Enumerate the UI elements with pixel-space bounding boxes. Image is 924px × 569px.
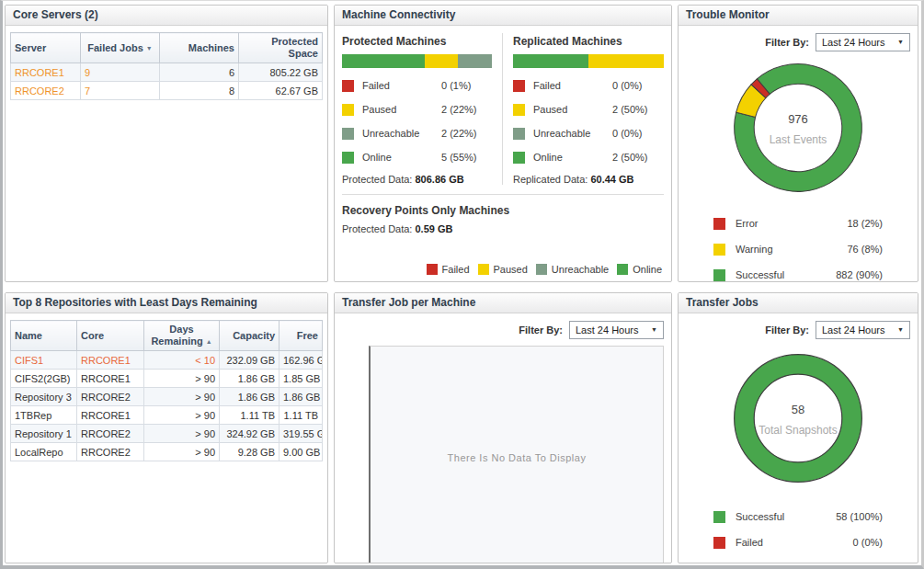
panel-core-servers: Core Servers (2) ServerFailed Jobs▼Machi… bbox=[5, 5, 328, 282]
legend-value: 2 (50%) bbox=[612, 104, 664, 115]
panel-title: Transfer Job per Machine bbox=[335, 293, 671, 313]
legend-value: 0 (0%) bbox=[853, 537, 883, 548]
trouble-monitor-donut-chart: 976 Last Events bbox=[729, 59, 867, 199]
transfer-jobs-donut-chart: 58 Total Snapshots bbox=[729, 349, 867, 489]
table-cell: 805.22 GB bbox=[239, 63, 323, 82]
panel-title: Top 8 Repositories with Least Days Remai… bbox=[6, 293, 327, 313]
filter-by-select[interactable]: Last 24 Hours ▼ bbox=[816, 321, 910, 339]
table-cell[interactable]: 1TBRep bbox=[11, 406, 77, 425]
column-header[interactable]: Name bbox=[11, 321, 77, 351]
table-row: LocalRepoRRCORE2> 909.28 GB9.00 GB bbox=[11, 443, 323, 461]
panel-machine-connectivity: Machine Connectivity Protected Machines … bbox=[334, 5, 672, 282]
panel-transfer-job-per-machine: Transfer Job per Machine Filter By: Last… bbox=[334, 292, 672, 563]
legend-label: Paused bbox=[533, 104, 612, 115]
panel-title: Transfer Jobs bbox=[679, 293, 918, 313]
legend-row: Paused2 (50%) bbox=[513, 97, 664, 121]
table-cell: 162.96 GB bbox=[279, 351, 323, 370]
panel-trouble-monitor: Trouble Monitor Filter By: Last 24 Hours… bbox=[678, 5, 918, 282]
column-header-label: Free bbox=[297, 330, 318, 341]
filter-by-select[interactable]: Last 24 Hours ▼ bbox=[569, 321, 664, 339]
legend-label: Unreachable bbox=[552, 264, 609, 275]
legend-row: Successful882 (90%) bbox=[713, 262, 883, 282]
legend-value: 0 (0%) bbox=[612, 128, 664, 139]
table-cell[interactable]: CIFS2(2GB) bbox=[11, 370, 77, 388]
legend-row: Warning76 (8%) bbox=[713, 236, 883, 262]
data-value: 60.44 GB bbox=[590, 174, 633, 185]
legend-swatch-red bbox=[713, 218, 725, 230]
legend-label: Failed bbox=[362, 80, 441, 91]
table-row: CIFS2(2GB)RRCORE1> 901.86 GB1.85 GB bbox=[11, 370, 323, 388]
table-cell[interactable]: LocalRepo bbox=[11, 443, 77, 461]
legend-value: 18 (2%) bbox=[847, 218, 883, 229]
table-cell: 62.67 GB bbox=[239, 82, 323, 100]
table-cell[interactable]: RRCORE1 bbox=[11, 63, 81, 82]
legend-label: Warning bbox=[736, 244, 847, 255]
table-cell: 319.55 GB bbox=[279, 425, 323, 443]
table-row: Repository 1RRCORE2> 90324.92 GB319.55 G… bbox=[11, 425, 323, 443]
legend-swatch-yellow bbox=[513, 104, 525, 116]
table-row: RRCORE196805.22 GB bbox=[11, 63, 323, 82]
column-header[interactable]: Server bbox=[11, 33, 81, 63]
column-header[interactable]: Core bbox=[77, 321, 144, 351]
legend-swatch-red bbox=[513, 80, 525, 92]
column-header[interactable]: Days Remaining▲ bbox=[144, 321, 220, 351]
recovery-points-data-total: Protected Data: 0.59 GB bbox=[342, 223, 664, 234]
table-cell: < 10 bbox=[144, 351, 220, 370]
table-cell: 9.28 GB bbox=[220, 443, 279, 461]
legend-swatch-gray bbox=[513, 128, 525, 140]
legend-value: 882 (90%) bbox=[836, 269, 883, 280]
data-label: Protected Data: bbox=[342, 174, 412, 185]
table-cell[interactable]: RRCORE2 bbox=[11, 82, 81, 100]
table-row: Repository 3RRCORE2> 901.86 GB1.86 GB bbox=[11, 388, 323, 406]
chevron-down-icon: ▼ bbox=[897, 39, 904, 45]
legend-label: Failed bbox=[533, 80, 612, 91]
column-header-label: Server bbox=[15, 42, 46, 53]
column-header[interactable]: Capacity bbox=[220, 321, 279, 351]
table-cell: 9.00 GB bbox=[279, 443, 323, 461]
table-cell: RRCORE2 bbox=[77, 388, 144, 406]
legend-row: Error18 (2%) bbox=[713, 211, 883, 236]
filter-by-select[interactable]: Last 24 Hours ▼ bbox=[816, 33, 910, 51]
table-cell: 8 bbox=[160, 82, 239, 100]
table-row: RRCORE27862.67 GB bbox=[11, 82, 323, 100]
legend-value: 2 (22%) bbox=[441, 128, 492, 139]
table-cell: 6 bbox=[160, 63, 239, 82]
table-cell: 7 bbox=[81, 82, 160, 100]
table-cell: > 90 bbox=[144, 370, 220, 388]
column-header-label: Days Remaining bbox=[151, 324, 202, 347]
panel-title: Core Servers (2) bbox=[6, 6, 327, 26]
bar-segment-gray bbox=[458, 54, 492, 68]
bar-segment-yellow bbox=[425, 54, 458, 68]
core-servers-table: ServerFailed Jobs▼MachinesProtected Spac… bbox=[6, 32, 327, 100]
table-cell[interactable]: CIFS1 bbox=[11, 351, 77, 370]
table-cell: 324.92 GB bbox=[220, 425, 279, 443]
column-header[interactable]: Failed Jobs▼ bbox=[81, 33, 160, 63]
table-cell: 1.86 GB bbox=[279, 388, 323, 406]
legend-row: Successful58 (100%) bbox=[713, 504, 883, 529]
legend-swatch-green bbox=[342, 152, 354, 164]
legend-label: Online bbox=[633, 264, 662, 275]
column-header[interactable]: Protected Space bbox=[239, 33, 323, 63]
table-row: 1TBRepRRCORE1> 901.11 TB1.11 TB bbox=[11, 406, 323, 425]
column-header-label: Capacity bbox=[233, 330, 275, 341]
table-cell: 1.11 TB bbox=[279, 406, 323, 425]
table-cell[interactable]: Repository 3 bbox=[11, 388, 77, 406]
table-cell[interactable]: Repository 1 bbox=[11, 425, 77, 443]
bar-segment-green bbox=[342, 54, 425, 68]
legend-label: Failed bbox=[442, 264, 470, 275]
replicated-data-total: Replicated Data: 60.44 GB bbox=[513, 174, 664, 185]
section-heading: Recovery Points Only Machines bbox=[342, 204, 664, 217]
column-header-label: Protected Space bbox=[271, 36, 318, 59]
legend-label: Successful bbox=[736, 511, 836, 522]
legend-row: Unreachable0 (0%) bbox=[513, 121, 664, 145]
legend-item: Online bbox=[617, 264, 662, 275]
column-header[interactable]: Free bbox=[279, 321, 323, 351]
table-cell: RRCORE1 bbox=[77, 351, 144, 370]
legend-label: Unreachable bbox=[533, 128, 612, 139]
table-cell: > 90 bbox=[144, 443, 220, 461]
column-header[interactable]: Machines bbox=[160, 33, 239, 63]
column-header-label: Failed Jobs bbox=[87, 42, 143, 53]
legend-swatch-gray bbox=[342, 128, 354, 140]
legend-row: Unreachable2 (22%) bbox=[342, 121, 492, 145]
legend-swatch-green bbox=[513, 152, 525, 164]
